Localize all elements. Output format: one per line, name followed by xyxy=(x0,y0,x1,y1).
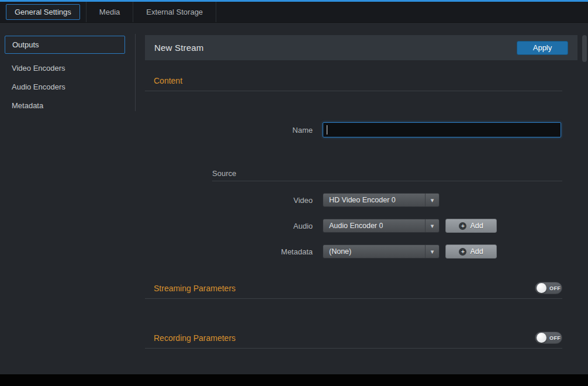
streaming-toggle-state-label: OFF xyxy=(549,285,561,291)
section-heading-recording-parameters: Recording Parameters xyxy=(145,333,236,343)
recording-parameters-toggle[interactable]: OFF xyxy=(535,332,562,344)
streaming-parameters-row: Streaming Parameters OFF xyxy=(145,282,562,294)
name-input[interactable] xyxy=(323,122,561,137)
audio-label: Audio xyxy=(145,222,323,230)
toggle-knob xyxy=(537,333,547,343)
section-divider xyxy=(145,348,562,349)
tab-cell: General Settings xyxy=(0,2,87,22)
name-label: Name xyxy=(145,126,323,135)
toggle-knob xyxy=(537,283,547,293)
metadata-label: Metadata xyxy=(145,247,323,256)
chevron-down-icon: ▾ xyxy=(425,245,439,258)
sidebar-item-video-encoders[interactable]: Video Encoders xyxy=(0,60,136,77)
sidebar-divider xyxy=(135,34,136,111)
page-title: New Stream xyxy=(154,43,204,53)
scrollbar-thumb[interactable] xyxy=(582,35,587,62)
plus-icon: + xyxy=(459,248,466,256)
plus-icon: + xyxy=(459,222,466,230)
section-heading-streaming-parameters: Streaming Parameters xyxy=(145,284,236,293)
video-source-select[interactable]: HD Video Encoder 0 ▾ xyxy=(323,193,440,207)
section-divider xyxy=(145,298,562,299)
add-audio-button[interactable]: + Add xyxy=(445,219,497,233)
tab-media[interactable]: Media xyxy=(89,4,130,20)
section-heading-content: Content xyxy=(145,76,577,85)
metadata-row: Metadata (None) ▾ + Add xyxy=(145,244,577,259)
video-source-value: HD Video Encoder 0 xyxy=(323,196,396,204)
tab-general-settings[interactable]: General Settings xyxy=(6,4,80,20)
text-cursor xyxy=(327,125,327,135)
recording-parameters-row: Recording Parameters OFF xyxy=(145,332,562,344)
add-audio-label: Add xyxy=(470,222,483,230)
name-input-wrap xyxy=(323,122,561,137)
sidebar: Outputs Video Encoders Audio Encoders Me… xyxy=(0,23,136,116)
metadata-source-value: (None) xyxy=(323,247,351,256)
source-divider xyxy=(212,181,562,181)
section-divider xyxy=(145,91,562,91)
tab-bar: General Settings Media External Storage xyxy=(0,2,588,23)
tab-external-storage[interactable]: External Storage xyxy=(136,4,213,20)
recording-toggle-state-label: OFF xyxy=(549,335,561,341)
chevron-down-icon: ▾ xyxy=(425,219,439,232)
tab-cell: Media xyxy=(87,2,133,22)
add-metadata-label: Add xyxy=(470,247,483,256)
audio-source-select[interactable]: Audio Encoder 0 ▾ xyxy=(323,219,440,233)
source-group: Source xyxy=(212,169,562,181)
streaming-parameters-toggle[interactable]: OFF xyxy=(535,282,562,294)
sidebar-item-metadata[interactable]: Metadata xyxy=(0,97,136,114)
audio-row: Audio Audio Encoder 0 ▾ + Add xyxy=(145,219,577,233)
source-label: Source xyxy=(212,169,562,178)
tab-cell: External Storage xyxy=(133,2,216,22)
sidebar-item-audio-encoders[interactable]: Audio Encoders xyxy=(0,78,136,95)
video-row: Video HD Video Encoder 0 ▾ xyxy=(145,193,577,207)
panel-header: New Stream Apply xyxy=(145,35,577,60)
metadata-source-select[interactable]: (None) ▾ xyxy=(323,244,440,259)
video-label: Video xyxy=(145,196,323,205)
audio-source-value: Audio Encoder 0 xyxy=(323,222,383,230)
footer-bar xyxy=(0,374,588,386)
main-panel: New Stream Apply Content Name Source Vid… xyxy=(145,35,577,349)
add-metadata-button[interactable]: + Add xyxy=(445,244,497,259)
sidebar-item-outputs[interactable]: Outputs xyxy=(5,36,125,54)
chevron-down-icon: ▾ xyxy=(425,194,439,206)
name-row: Name xyxy=(145,122,577,137)
apply-button[interactable]: Apply xyxy=(517,41,568,55)
